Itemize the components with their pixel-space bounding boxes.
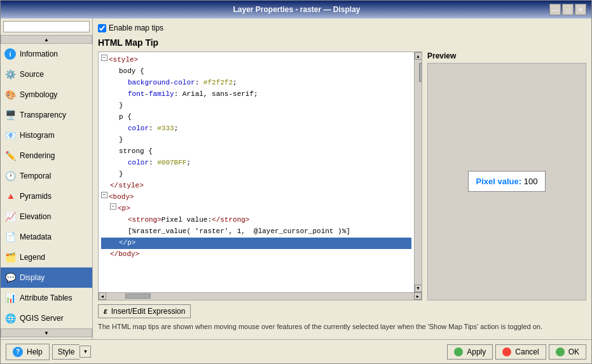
cancel-button[interactable]: Cancel	[495, 344, 546, 360]
sidebar-item-qgis-server[interactable]: 🌐 QGIS Server	[1, 308, 92, 328]
main-panel: Enable map tips HTML Map Tip − <style>	[93, 18, 591, 339]
sidebar-item-label: Rendering	[20, 151, 55, 160]
sidebar-item-attribute-tables[interactable]: 📊 Attribute Tables	[1, 288, 92, 308]
sidebar-item-information[interactable]: i Information	[1, 44, 92, 64]
scroll-thumb-h[interactable]	[125, 293, 151, 299]
scroll-right-arrow[interactable]: ►	[414, 292, 422, 300]
sidebar-item-label: Source	[20, 70, 44, 79]
sidebar-scroll-up[interactable]: ▲	[1, 35, 92, 44]
elevation-icon: 📈	[4, 211, 16, 222]
collapse-indicator[interactable]: −	[101, 55, 107, 61]
apply-button[interactable]: Apply	[447, 344, 493, 360]
footer: ? Help Style ▼ Apply Cancel OK	[1, 339, 591, 363]
ok-label: OK	[568, 347, 579, 356]
window-title: Layer Properties - raster — Display	[44, 5, 549, 14]
epsilon-icon: ε	[104, 307, 107, 316]
scroll-down-arrow[interactable]: ▼	[415, 285, 422, 292]
sidebar-item-rendering[interactable]: ✏️ Rendering	[1, 145, 92, 166]
code-line-highlighted: </p>	[101, 238, 411, 249]
display-icon: 💬	[4, 272, 16, 283]
sidebar-item-label: Legend	[20, 253, 45, 262]
code-line: color : #007BFF ;	[101, 158, 411, 169]
source-icon: ⚙️	[4, 69, 16, 80]
help-label: Help	[27, 347, 43, 356]
code-line: }	[101, 100, 411, 112]
information-icon: i	[4, 48, 16, 60]
enable-map-tips-row: Enable map tips	[98, 24, 586, 32]
ok-button[interactable]: OK	[549, 344, 586, 360]
apply-label: Apply	[467, 347, 486, 356]
sidebar-item-pyramids[interactable]: 🔺 Pyramids	[1, 186, 92, 206]
sidebar-item-label: Pyramids	[20, 192, 52, 201]
sidebar-item-source[interactable]: ⚙️ Source	[1, 64, 92, 84]
collapse-indicator[interactable]: −	[110, 203, 116, 210]
style-button[interactable]: Style	[52, 344, 80, 360]
search-input[interactable]	[3, 21, 90, 32]
sidebar-scroll-down[interactable]: ▼	[1, 328, 92, 337]
sidebar-item-elevation[interactable]: 📈 Elevation	[1, 206, 92, 227]
preview-pixel-label: Pixel value:	[476, 177, 522, 186]
sidebar-item-transparency[interactable]: 🖥️ Transparency	[1, 105, 92, 125]
expr-button-row: ε Insert/Edit Expression	[98, 304, 586, 318]
sidebar-item-histogram[interactable]: 📧 Histogram	[1, 125, 92, 145]
sidebar-item-label: Attribute Tables	[20, 293, 72, 302]
code-line: [%raster_value( 'raster', 1, @layer_curs…	[101, 226, 411, 238]
main-window: Layer Properties - raster — Display — □ …	[0, 0, 592, 364]
scroll-left-arrow[interactable]: ◄	[99, 292, 106, 300]
title-bar: Layer Properties - raster — Display — □ …	[1, 1, 591, 18]
maximize-button[interactable]: □	[562, 4, 574, 15]
code-editor-container: − <style> body { background-	[98, 51, 422, 300]
scroll-thumb-v[interactable]	[419, 63, 422, 82]
editor-scrollbar-h: ◄ ►	[99, 292, 422, 300]
code-line: strong {	[101, 146, 411, 158]
sidebar-item-symbology[interactable]: 🎨 Symbology	[1, 84, 92, 105]
ok-check-icon	[556, 347, 565, 356]
style-button-group: Style ▼	[52, 344, 92, 360]
section-title: HTML Map Tip	[98, 37, 586, 48]
sidebar-item-legend[interactable]: 🗂️ Legend	[1, 247, 92, 267]
content-area: ▲ i Information ⚙️ Source 🎨 Symbology 🖥️…	[1, 18, 591, 339]
sidebar-item-metadata[interactable]: 📄 Metadata	[1, 227, 92, 247]
code-line: − <style>	[101, 55, 411, 66]
pyramids-icon: 🔺	[4, 191, 16, 202]
code-line: <strong> Pixel value: </strong>	[101, 215, 411, 226]
scroll-track-h	[106, 293, 414, 300]
attribute-tables-icon: 📊	[4, 292, 16, 304]
sidebar-item-temporal[interactable]: 🕐 Temporal	[1, 166, 92, 186]
code-line: − <p>	[101, 203, 411, 215]
code-editor[interactable]: − <style> body { background-	[99, 52, 414, 292]
sidebar-item-display[interactable]: 💬 Display	[1, 267, 92, 288]
temporal-icon: 🕐	[4, 170, 16, 182]
symbology-icon: 🎨	[4, 89, 16, 100]
style-dropdown-arrow[interactable]: ▼	[79, 346, 91, 358]
help-button[interactable]: ? Help	[6, 344, 50, 360]
window-controls: — □ ✕	[549, 4, 586, 15]
help-icon: ?	[13, 347, 23, 357]
style-label: Style	[58, 347, 75, 356]
sidebar-item-label: Display	[20, 273, 45, 282]
editor-scrollbar-v: ▲ ▼	[414, 52, 422, 292]
enable-map-tips-checkbox[interactable]	[98, 24, 106, 32]
code-line: − <body>	[101, 192, 411, 203]
minimize-button[interactable]: —	[549, 4, 561, 15]
code-line: }	[101, 135, 411, 146]
metadata-icon: 📄	[4, 231, 16, 243]
code-line: color : #333 ;	[101, 123, 411, 135]
apply-check-icon	[454, 347, 463, 356]
legend-icon: 🗂️	[4, 252, 16, 263]
enable-map-tips-label[interactable]: Enable map tips	[109, 24, 163, 32]
sidebar-item-label: QGIS Server	[20, 314, 64, 323]
preview-box: Pixel value: 100	[468, 171, 546, 192]
code-line: </body>	[101, 249, 411, 260]
insert-edit-expression-button[interactable]: ε Insert/Edit Expression	[98, 304, 191, 318]
rendering-icon: ✏️	[4, 150, 16, 161]
preview-area: Pixel value: 100	[427, 63, 586, 300]
sidebar-item-label: Information	[20, 50, 58, 58]
histogram-icon: 📧	[4, 130, 16, 141]
editor-preview-row: − <style> body { background-	[98, 51, 586, 300]
code-line: body {	[101, 66, 411, 78]
close-button[interactable]: ✕	[575, 4, 586, 15]
collapse-indicator[interactable]: −	[101, 192, 107, 198]
preview-panel: Preview Pixel value: 100	[427, 51, 586, 300]
scroll-up-arrow[interactable]: ▲	[415, 52, 422, 60]
